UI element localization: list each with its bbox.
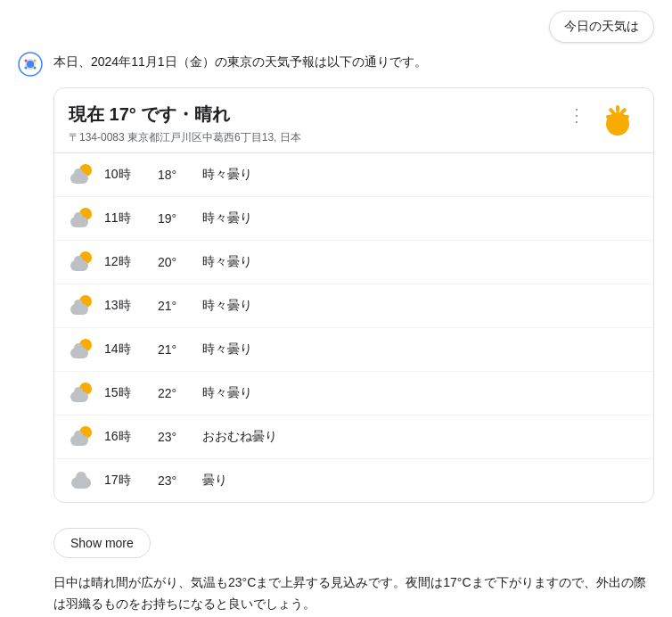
svg-point-1 — [27, 61, 34, 68]
hour-desc: 曇り — [202, 473, 227, 489]
today-weather-button[interactable]: 今日の天気は — [549, 11, 654, 43]
hourly-row: 12時20°時々曇り — [54, 241, 653, 284]
hour-desc: 時々曇り — [202, 167, 252, 183]
hourly-row: 15時22°時々曇り — [54, 372, 653, 415]
hour-time: 11時 — [104, 210, 158, 226]
ai-icon — [18, 52, 43, 77]
sun-icon — [596, 103, 639, 145]
svg-point-4 — [34, 67, 37, 70]
hour-desc: 時々曇り — [202, 341, 252, 358]
hour-desc: おおむね曇り — [202, 429, 277, 445]
svg-point-3 — [34, 60, 37, 62]
partly-cloudy-icon — [69, 293, 94, 318]
hour-time: 10時 — [104, 167, 158, 183]
hour-temp: 23° — [158, 430, 202, 444]
partly-cloudy-icon — [69, 250, 94, 275]
hour-temp: 23° — [158, 473, 202, 488]
hour-desc: 時々曇り — [202, 254, 252, 270]
weather-card: 現在 17° です・晴れ 〒134-0083 東京都江戸川区中葛西6丁目13, … — [53, 87, 654, 503]
hourly-row: 14時21°時々曇り — [54, 328, 653, 372]
hour-time: 13時 — [104, 298, 158, 314]
hourly-row: 16時23°おおむね曇り — [54, 415, 653, 459]
partly-cloudy-icon — [69, 337, 94, 362]
hourly-list: 10時18°時々曇り 11時19°時々曇り 12時20°時々曇り 13時21°時… — [54, 152, 653, 502]
hour-temp: 18° — [158, 168, 202, 182]
hourly-row: 10時18°時々曇り — [54, 153, 653, 197]
partly-cloudy-icon — [69, 424, 94, 449]
show-more-button[interactable]: Show more — [53, 528, 151, 558]
hour-time: 15時 — [104, 385, 158, 401]
hourly-row: 17時23°曇り — [54, 459, 653, 502]
current-temperature: 現在 17° です・晴れ — [69, 103, 301, 127]
weather-header: 現在 17° です・晴れ 〒134-0083 東京都江戸川区中葛西6丁目13, … — [54, 88, 653, 152]
intro-message: 本日、2024年11月1日（金）の東京の天気予報は以下の通りです。 — [53, 50, 427, 71]
hour-temp: 22° — [158, 386, 202, 400]
hour-desc: 時々曇り — [202, 385, 252, 401]
hour-time: 16時 — [104, 429, 158, 445]
hour-temp: 20° — [158, 255, 202, 269]
svg-point-5 — [25, 67, 28, 70]
weather-address: 〒134-0083 東京都江戸川区中葛西6丁目13, 日本 — [69, 130, 301, 145]
hour-time: 14時 — [104, 341, 158, 358]
hourly-row: 13時21°時々曇り — [54, 284, 653, 328]
svg-point-2 — [25, 60, 28, 62]
partly-cloudy-icon — [69, 206, 94, 231]
cloudy-icon — [69, 468, 94, 493]
hour-desc: 時々曇り — [202, 210, 252, 226]
hour-time: 17時 — [104, 473, 158, 489]
weather-summary: 日中は晴れ間が広がり、気温も23°Cまで上昇する見込みです。夜間は17°Cまで下… — [53, 572, 654, 615]
more-options-icon[interactable]: ⋮ — [564, 103, 589, 128]
hourly-row: 11時19°時々曇り — [54, 197, 653, 241]
hour-temp: 19° — [158, 211, 202, 226]
hour-temp: 21° — [158, 342, 202, 357]
hour-desc: 時々曇り — [202, 298, 252, 314]
partly-cloudy-icon — [69, 381, 94, 406]
partly-cloudy-icon — [69, 162, 94, 187]
hour-time: 12時 — [104, 254, 158, 270]
weather-header-right: ⋮ — [564, 103, 639, 145]
ai-message-row: 本日、2024年11月1日（金）の東京の天気予報は以下の通りです。 — [18, 50, 654, 77]
weather-info-left: 現在 17° です・晴れ 〒134-0083 東京都江戸川区中葛西6丁目13, … — [69, 103, 301, 145]
hour-temp: 21° — [158, 299, 202, 313]
